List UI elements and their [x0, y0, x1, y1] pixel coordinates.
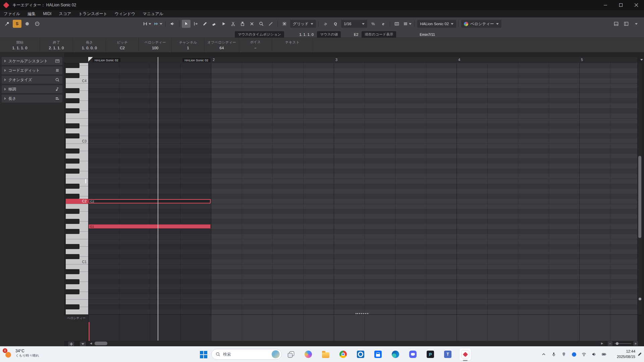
black-key[interactable] [66, 169, 79, 174]
black-key[interactable] [66, 194, 79, 199]
black-key[interactable] [66, 148, 79, 154]
controller-lane-options-button[interactable] [80, 342, 86, 346]
chrome-icon[interactable] [337, 348, 349, 360]
autoscroll-button[interactable] [153, 20, 163, 28]
window-layout-button[interactable] [622, 20, 631, 28]
mute-tool[interactable] [248, 20, 256, 28]
black-key[interactable] [66, 304, 79, 309]
step-input-button[interactable] [392, 20, 401, 28]
black-key[interactable] [66, 254, 79, 259]
black-key[interactable] [66, 73, 79, 78]
part-list-dropdown[interactable]: HALion Sonic 02 [417, 20, 456, 28]
location-icon[interactable] [561, 351, 567, 357]
outlook-icon[interactable] [355, 348, 366, 360]
info-column-0[interactable]: 開始1. 1. 1. 0 [0, 38, 40, 52]
hzoom-in-button[interactable]: + [633, 341, 638, 346]
black-key[interactable] [66, 63, 79, 68]
black-key[interactable] [66, 289, 79, 294]
quantize-preset-dropdown[interactable]: 1/16 [341, 20, 367, 28]
menu-item-1[interactable]: 編集 [24, 10, 39, 17]
black-key[interactable] [66, 279, 79, 284]
line-tool[interactable] [266, 20, 275, 28]
battery-icon[interactable] [601, 351, 607, 357]
part-editing-mode-button[interactable] [142, 20, 152, 28]
menu-item-2[interactable]: MIDI [39, 10, 55, 17]
horizontal-scroll-thumb[interactable] [95, 342, 107, 345]
file-explorer-icon[interactable] [320, 348, 331, 360]
mic-icon[interactable] [551, 351, 557, 357]
info-column-7[interactable]: ボイス－ [239, 38, 272, 52]
scroll-left-arrow-icon[interactable]: ◀ [89, 341, 93, 346]
panel-section-2[interactable]: クオンタイズ [2, 76, 62, 84]
midi-note-C2[interactable]: C2 [89, 199, 211, 203]
play-tool[interactable] [219, 20, 228, 28]
timeline-ruler[interactable]: 2345HALion Sonic 02HALion Sonic 02 [88, 57, 637, 63]
cubase-icon[interactable] [460, 348, 471, 360]
hzoom-slider-thumb[interactable] [616, 342, 619, 345]
black-key[interactable] [66, 108, 79, 113]
erase-tool[interactable] [210, 20, 219, 28]
close-button[interactable] [629, 0, 644, 10]
piano-keyboard[interactable]: C4C3C2C1C2 [66, 63, 89, 314]
info-column-3[interactable]: ピッチC2 [106, 38, 139, 52]
event-colors-dropdown[interactable]: ベロシティー [461, 20, 501, 28]
highlighted-key-C2[interactable]: C2 [66, 199, 88, 204]
vertical-scroll-thumb[interactable] [638, 156, 641, 238]
black-key[interactable] [66, 229, 79, 234]
ruler-options-button[interactable] [637, 56, 644, 63]
store-icon[interactable] [372, 348, 384, 360]
draw-tool[interactable] [201, 20, 209, 28]
minimize-button[interactable] [598, 0, 613, 10]
info-column-2[interactable]: 長さ1. 0. 0. 0 [73, 38, 106, 52]
black-key[interactable] [66, 184, 79, 189]
vzoom-slider-thumb[interactable] [639, 298, 641, 300]
velocity-lane[interactable] [88, 314, 637, 341]
setup-toolbar-button[interactable] [632, 20, 641, 28]
discord-icon[interactable] [407, 348, 419, 360]
black-key[interactable] [66, 123, 79, 128]
iterative-quantize-button[interactable]: Q [331, 20, 340, 28]
snap-button[interactable] [280, 20, 289, 28]
trim-tool[interactable] [191, 20, 200, 28]
panel-section-4[interactable]: 長さ [2, 95, 62, 103]
glue-tool[interactable] [238, 20, 247, 28]
swing-quantize-button[interactable]: % [369, 20, 377, 28]
menu-item-6[interactable]: マニュアル [139, 10, 167, 17]
panel-section-3[interactable]: 移調 [2, 85, 62, 93]
edge-icon[interactable] [390, 348, 401, 360]
chevron-up-icon[interactable] [541, 351, 547, 357]
menu-item-5[interactable]: ウィンドウ [111, 10, 139, 17]
bluetooth-icon[interactable] [571, 351, 577, 357]
quantize-panel-button[interactable]: e [379, 20, 387, 28]
scroll-right-arrow-icon[interactable]: ▶ [600, 341, 604, 346]
info-column-4[interactable]: ベロシティー100 [139, 38, 172, 52]
note-grid[interactable]: C2G1 [88, 63, 637, 314]
black-key[interactable] [66, 98, 79, 103]
info-column-5[interactable]: チャンネル1 [172, 38, 205, 52]
black-key[interactable] [66, 269, 79, 274]
info-column-6[interactable]: オフベロシティー64 [205, 38, 239, 52]
panel-section-0[interactable]: スケールアシスタント [2, 57, 62, 65]
zoom-tool[interactable] [257, 20, 266, 28]
black-key[interactable] [66, 244, 79, 249]
start-button[interactable] [199, 350, 208, 359]
wifi-icon[interactable] [581, 351, 587, 357]
open-in-lower-zone-button[interactable] [612, 20, 621, 28]
acoustic-feedback-button[interactable] [168, 20, 177, 28]
black-key[interactable] [66, 209, 79, 214]
task-view-icon[interactable] [285, 348, 297, 360]
black-key[interactable] [66, 133, 79, 138]
select-tool[interactable] [182, 20, 191, 28]
teams-icon[interactable]: T [442, 348, 453, 360]
hzoom-out-button[interactable]: − [608, 341, 612, 346]
record-button[interactable] [23, 20, 32, 28]
solo-button[interactable]: S [13, 20, 21, 28]
black-key[interactable] [66, 159, 79, 164]
menu-item-3[interactable]: スコア [55, 10, 75, 17]
info-column-8[interactable]: テキスト [272, 38, 313, 52]
horizontal-scrollbar[interactable]: ◀ ▶ [88, 341, 605, 346]
velocity-bar[interactable] [89, 322, 90, 341]
panel-section-1[interactable]: コードエディット [2, 66, 62, 74]
pen-icon[interactable] [637, 352, 642, 357]
quantize-link-button[interactable]: -|+ [321, 20, 330, 28]
